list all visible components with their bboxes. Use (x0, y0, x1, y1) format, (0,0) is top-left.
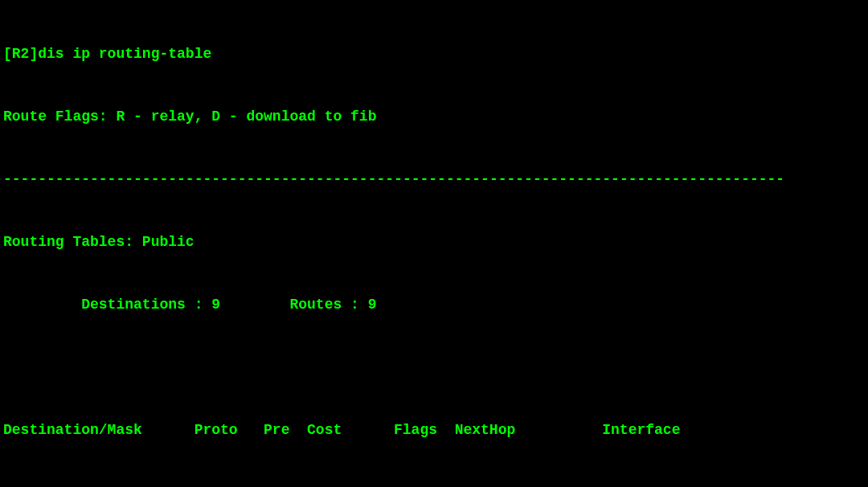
divider-line: ----------------------------------------… (3, 169, 865, 190)
routing-tables-line: Routing Tables: Public (3, 231, 865, 252)
blank-line (3, 482, 865, 487)
col-interface: Interface (602, 419, 776, 440)
column-headers: Destination/MaskProtoPreCostFlagsNextHop… (3, 419, 865, 440)
col-pre: Pre (264, 419, 307, 440)
command-line: [R2]dis ip routing-table (3, 43, 865, 64)
col-destination: Destination/Mask (3, 419, 194, 440)
col-cost: Cost (307, 419, 385, 440)
destinations-count: Destinations : 9 (81, 297, 220, 313)
col-nexthop: NextHop (455, 419, 603, 440)
blank-line (3, 357, 865, 378)
routes-count: Routes : 9 (289, 297, 376, 313)
summary-line: Destinations : 9 Routes : 9 (3, 294, 865, 315)
terminal-output: [R2]dis ip routing-table Route Flags: R … (0, 0, 868, 487)
route-flags-legend: Route Flags: R - relay, D - download to … (3, 106, 865, 127)
col-flags: Flags (385, 419, 454, 440)
col-proto: Proto (194, 419, 264, 440)
